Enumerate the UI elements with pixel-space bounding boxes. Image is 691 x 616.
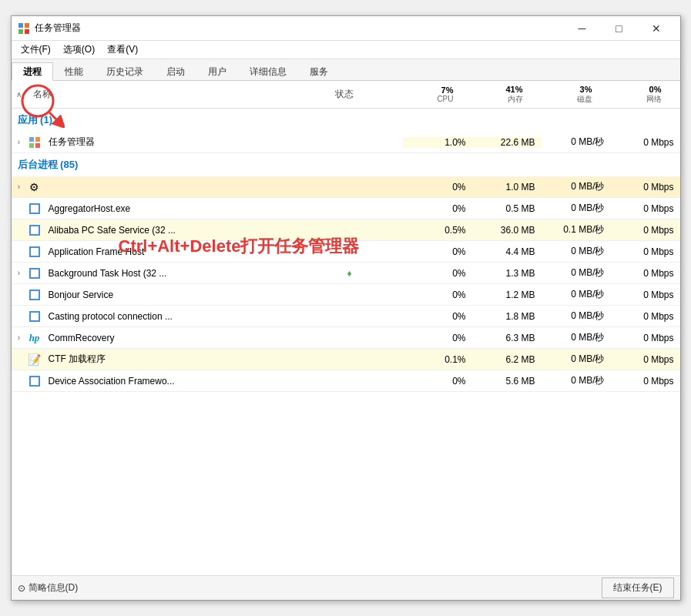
process-net: 0 Mbps [611, 225, 680, 236]
tab-services[interactable]: 服务 [298, 62, 340, 81]
process-mem: 6.3 MB [472, 333, 542, 343]
col-header-status[interactable]: 状态 [329, 85, 391, 104]
menu-options[interactable]: 选项(O) [57, 42, 101, 58]
process-disk: 0 MB/秒 [542, 266, 611, 280]
process-net: 0 Mbps [611, 182, 680, 192]
col-header-net[interactable]: 0% 网络 [599, 82, 668, 108]
process-icon [27, 135, 42, 150]
svg-rect-6 [29, 143, 34, 148]
process-net: 0 Mbps [611, 333, 680, 343]
col-header-mem[interactable]: 41% 内存 [460, 82, 529, 108]
process-cpu: 0.5% [403, 225, 472, 236]
process-net: 0 Mbps [611, 246, 680, 257]
table-row[interactable]: › 任务管理器 1.0% 22.6 MB 0 MB/秒 0 M [12, 132, 680, 153]
col-header-disk[interactable]: 3% 磁盘 [529, 82, 599, 108]
process-name: 任务管理器 [45, 136, 341, 149]
process-name: CTF 加载程序 [45, 353, 341, 366]
process-icon [27, 373, 42, 389]
expand-icon[interactable]: › [12, 138, 27, 146]
process-name: AggregatorHost.exe [45, 203, 341, 214]
process-mem: 5.6 MB [472, 376, 542, 387]
process-icon: ⚙ [27, 179, 42, 195]
process-disk: 0.1 MB/秒 [542, 223, 611, 236]
col-header-cpu[interactable]: 7% CPU [391, 82, 460, 106]
tab-processes[interactable]: 进程 [12, 62, 53, 81]
expand-icon[interactable]: › [12, 182, 27, 191]
process-cpu: 0% [403, 203, 472, 214]
expand-icon[interactable]: › [12, 333, 27, 342]
tab-app-history[interactable]: 历史记录 [95, 62, 155, 81]
process-name: Device Association Framewo... [45, 376, 341, 387]
process-cpu: 0.1% [403, 354, 472, 365]
tab-bar: 进程 性能 历史记录 启动 用户 详细信息 服务 [12, 59, 680, 81]
process-icon [27, 309, 42, 324]
process-disk: 0 MB/秒 [542, 180, 611, 193]
process-cpu: 0% [403, 246, 472, 257]
table-row[interactable]: Alibaba PC Safe Service (32 ... 0.5% 36.… [12, 219, 680, 241]
svg-rect-7 [35, 143, 40, 148]
process-cpu: 0% [403, 182, 472, 192]
menu-view[interactable]: 查看(V) [101, 42, 144, 58]
mem-pct: 41% [466, 85, 523, 94]
tab-users[interactable]: 用户 [196, 62, 238, 81]
net-label: 网络 [605, 94, 662, 105]
tab-details[interactable]: 详细信息 [238, 62, 298, 81]
leaf-icon: ♦ [347, 268, 352, 279]
window-title: 任务管理器 [35, 22, 565, 35]
process-icon [27, 244, 42, 259]
process-mem: 4.4 MB [472, 246, 542, 257]
table-row[interactable]: › Background Task Host (32 ... ♦ 0% 1.3 … [12, 263, 680, 284]
table-row[interactable]: Device Association Framewo... 0% 5.6 MB … [12, 370, 680, 392]
column-header: ∧ 名称 状态 7% CPU 41% 内存 3% 磁盘 0% 网络 [12, 81, 680, 109]
process-net: 0 Mbps [611, 376, 680, 387]
process-net: 0 Mbps [611, 268, 680, 279]
sort-indicator: ∧ [12, 90, 27, 99]
process-mem: 1.8 MB [472, 311, 542, 322]
process-net: 0 Mbps [611, 203, 680, 214]
process-cpu: 0% [403, 311, 472, 322]
disk-pct: 3% [535, 85, 592, 94]
process-name: Application Frame Host [45, 246, 341, 257]
process-mem: 0.5 MB [472, 203, 542, 214]
col-header-name[interactable]: 名称 [27, 85, 329, 104]
background-section-header: 后台进程 (85) [12, 153, 680, 176]
process-name: Background Task Host (32 ... [45, 268, 341, 279]
process-name: Alibaba PC Safe Service (32 ... [45, 225, 341, 236]
table-row[interactable]: Bonjour Service 0% 1.2 MB 0 MB/秒 0 Mbps [12, 284, 680, 306]
process-mem: 36.0 MB [472, 225, 542, 236]
apps-section-header: 应用 (1) [12, 109, 680, 132]
table-row[interactable]: Casting protocol connection ... 0% 1.8 M… [12, 306, 680, 327]
process-icon [27, 266, 42, 281]
process-mem: 1.2 MB [472, 290, 542, 300]
end-task-button[interactable]: 结束任务(E) [602, 578, 674, 598]
status-info[interactable]: ⊙ 简略信息(D) [18, 581, 602, 594]
tab-startup[interactable]: 启动 [155, 62, 196, 81]
process-cpu: 0% [403, 333, 472, 343]
table-row[interactable]: AggregatorHost.exe 0% 0.5 MB 0 MB/秒 0 Mb… [12, 198, 680, 219]
process-list[interactable]: 应用 (1) › 任务管理器 1.0% [12, 109, 680, 575]
maximize-button[interactable]: □ [602, 16, 637, 41]
process-disk: 0 MB/秒 [542, 331, 611, 344]
table-row[interactable]: Application Frame Host 0% 4.4 MB 0 MB/秒 … [12, 241, 680, 263]
minimize-button[interactable]: ─ [565, 16, 600, 41]
table-row[interactable]: › hp CommRecovery 0% 6.3 MB 0 MB/秒 0 Mbp… [12, 327, 680, 349]
process-cpu: 0% [403, 290, 472, 300]
svg-rect-0 [18, 23, 23, 28]
process-mem: 1.0 MB [472, 182, 542, 192]
process-name: Bonjour Service [45, 290, 341, 300]
process-disk: 0 MB/秒 [542, 310, 611, 323]
menu-file[interactable]: 文件(F) [15, 42, 57, 58]
process-icon [27, 223, 42, 238]
svg-rect-2 [18, 29, 23, 34]
tab-performance[interactable]: 性能 [53, 62, 95, 81]
process-disk: 0 MB/秒 [542, 202, 611, 215]
table-row[interactable]: 📝 CTF 加载程序 0.1% 6.2 MB 0 MB/秒 0 Mbps [12, 349, 680, 370]
window-controls: ─ □ ✕ [565, 16, 674, 41]
process-net: 0 Mbps [611, 290, 680, 300]
mem-label: 内存 [466, 94, 523, 105]
process-disk: 0 MB/秒 [542, 288, 611, 301]
process-disk: 0 MB/秒 [542, 374, 611, 387]
expand-icon[interactable]: › [12, 269, 27, 277]
close-button[interactable]: ✕ [639, 16, 674, 41]
table-row[interactable]: › ⚙ 0% 1.0 MB 0 MB/秒 0 Mbps [12, 176, 680, 198]
